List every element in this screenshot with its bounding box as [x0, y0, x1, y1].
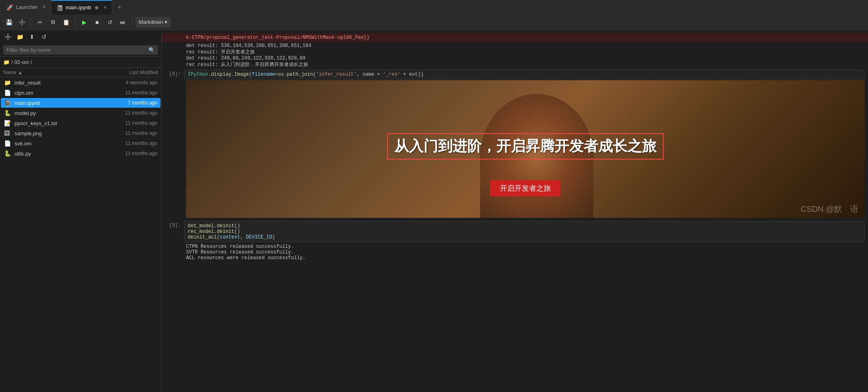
list-item[interactable]: 📁 infer_result 4 seconds ago: [1, 78, 161, 87]
cell-number-9: [9]:: [162, 221, 184, 242]
cell-type-label: Markdown: [139, 19, 163, 25]
file-name: ppocr_keys_v1.txt: [15, 120, 105, 126]
notebook-tab-icon: 📓: [56, 4, 63, 11]
file-name: model.py: [15, 110, 105, 116]
sort-icon: ▲: [18, 70, 23, 75]
file-list: 📁 infer_result 4 seconds ago 📄 ctpn.om 1…: [0, 77, 161, 392]
tab-launcher-label: Launcher: [16, 4, 38, 10]
launcher-icon: 🚀: [6, 4, 13, 11]
python-icon: 🐍: [4, 150, 12, 157]
restart-button[interactable]: ↺: [104, 17, 116, 28]
output-text: det result: 536,184,536,200,651,200,651,…: [162, 42, 868, 69]
tab-notebook[interactable]: 📓 main.ipynb ✕: [51, 0, 112, 15]
list-item[interactable]: 📓 main.ipynb 7 months ago: [1, 98, 161, 108]
image-overlay-text: 从入门到进阶，开启昇腾开发者成长之旅: [387, 133, 664, 160]
breadcrumb: 📁 / 02-ocr /: [0, 57, 161, 68]
cell-number-8: [8]:: [162, 70, 184, 79]
error-output: k-CTPN/proposal_generator_test-Proposal/…: [162, 33, 868, 42]
list-item[interactable]: 📄 ctpn.om 11 months ago: [1, 88, 161, 98]
list-item[interactable]: 🐍 utils.py 11 months ago: [1, 149, 161, 158]
close-launcher-icon[interactable]: ✕: [42, 4, 46, 10]
refresh-button[interactable]: ↺: [39, 32, 49, 42]
text-icon: 📝: [4, 120, 12, 126]
file-list-header: Name ▲ Last Modified: [0, 68, 161, 77]
list-item[interactable]: 🖼 sample.png 11 months ago: [1, 128, 161, 138]
content-area: k-CTPN/proposal_generator_test-Proposal/…: [162, 30, 868, 392]
upload-button[interactable]: ⬆: [27, 32, 37, 42]
list-item[interactable]: 🐍 model.py 11 months ago: [1, 108, 161, 118]
cell-code-9[interactable]: det_model.deinit() rec_model.deinit() de…: [184, 221, 865, 242]
file-modified: 4 seconds ago: [105, 80, 157, 85]
run-button[interactable]: ▶: [78, 17, 90, 28]
file-name: svtr.om: [15, 141, 105, 147]
cell-8: [8]: IPython.display.Image(filename=os.p…: [162, 70, 868, 79]
list-item[interactable]: 📄 svtr.om 11 months ago: [1, 138, 161, 148]
cell-9: [9]: det_model.deinit() rec_model.deinit…: [162, 221, 868, 242]
cut-button[interactable]: ✂: [34, 17, 46, 28]
file-modified: 11 months ago: [105, 151, 157, 156]
main-layout: ➕ 📁 ⬆ ↺ 🔍 📁 / 02-ocr / Name ▲ Last Modif…: [0, 30, 868, 392]
save-button[interactable]: 💾: [3, 17, 15, 28]
breadcrumb-path: / 02-ocr /: [11, 59, 32, 65]
file-generic-icon: 📄: [4, 140, 12, 147]
notebook-modified-dot: [95, 6, 98, 9]
notebook-icon: 📓: [4, 100, 12, 106]
notebook-area[interactable]: k-CTPN/proposal_generator_test-Proposal/…: [162, 30, 868, 392]
file-modified: 7 months ago: [105, 100, 157, 106]
cell-code-8[interactable]: IPython.display.Image(filename=os.path.j…: [184, 70, 865, 79]
file-modified: 11 months ago: [105, 130, 157, 136]
watermark: CSDN @默 语: [800, 204, 858, 215]
dropdown-chevron-icon: ▾: [165, 19, 167, 25]
file-name: main.ipynb: [15, 100, 105, 106]
new-folder-button[interactable]: 📁: [15, 32, 25, 42]
add-cell-button[interactable]: ➕: [16, 17, 28, 28]
modified-column-header[interactable]: Last Modified: [106, 70, 158, 75]
copy-button[interactable]: ⧉: [47, 17, 59, 28]
toolbar-sep-2: [75, 18, 75, 26]
file-name: ctpn.om: [15, 90, 105, 96]
file-name: sample.png: [15, 130, 105, 136]
sidebar-toolbar: ➕ 📁 ⬆ ↺: [0, 30, 161, 44]
filter-input[interactable]: [6, 47, 146, 53]
search-icon: 🔍: [148, 47, 155, 53]
folder-icon: 📁: [4, 79, 12, 86]
cell-9-output: CTPN Resources released successfully. SV…: [162, 243, 868, 262]
sidebar: ➕ 📁 ⬆ ↺ 🔍 📁 / 02-ocr / Name ▲ Last Modif…: [0, 30, 162, 392]
file-name: utils.py: [15, 151, 105, 157]
modified-column-label: Last Modified: [129, 70, 158, 75]
filter-input-wrap: 🔍: [3, 45, 158, 55]
add-tab-button[interactable]: +: [114, 2, 125, 13]
image-icon: 🖼: [4, 130, 12, 136]
file-name: infer_result: [15, 80, 105, 86]
file-modified: 11 months ago: [105, 141, 157, 146]
restart-run-button[interactable]: ⏭: [117, 17, 129, 28]
tab-notebook-label: main.ipynb: [66, 4, 91, 11]
filter-bar: 🔍: [0, 44, 161, 57]
name-column-label: Name: [3, 70, 16, 75]
close-notebook-icon[interactable]: ✕: [103, 5, 107, 10]
file-modified: 11 months ago: [105, 90, 157, 96]
toolbar-sep-1: [31, 18, 31, 26]
file-modified: 11 months ago: [105, 120, 157, 126]
list-item[interactable]: 📝 ppocr_keys_v1.txt 11 months ago: [1, 118, 161, 128]
image-overlay-button: 开启开发者之旅: [490, 180, 561, 196]
name-column-header[interactable]: Name ▲: [3, 70, 106, 75]
notebook-toolbar: 💾 ➕ ✂ ⧉ 📋 ▶ ■ ↺ ⏭ Markdown ▾: [0, 15, 868, 30]
new-file-button[interactable]: ➕: [2, 32, 13, 42]
file-generic-icon: 📄: [4, 89, 12, 96]
file-modified: 11 months ago: [105, 110, 157, 116]
tab-bar: 🚀 Launcher ✕ 📓 main.ipynb ✕ +: [0, 0, 868, 15]
image-output: 从入门到进阶，开启昇腾开发者成长之旅 开启开发者之旅 CSDN @默 语: [186, 80, 865, 218]
stop-button[interactable]: ■: [91, 17, 103, 28]
cell-type-dropdown[interactable]: Markdown ▾: [135, 17, 171, 28]
python-icon: 🐍: [4, 110, 12, 116]
toolbar-sep-3: [132, 18, 132, 26]
folder-icon: 📁: [3, 59, 10, 65]
paste-button[interactable]: 📋: [60, 17, 72, 28]
tab-launcher[interactable]: 🚀 Launcher ✕: [2, 0, 51, 15]
